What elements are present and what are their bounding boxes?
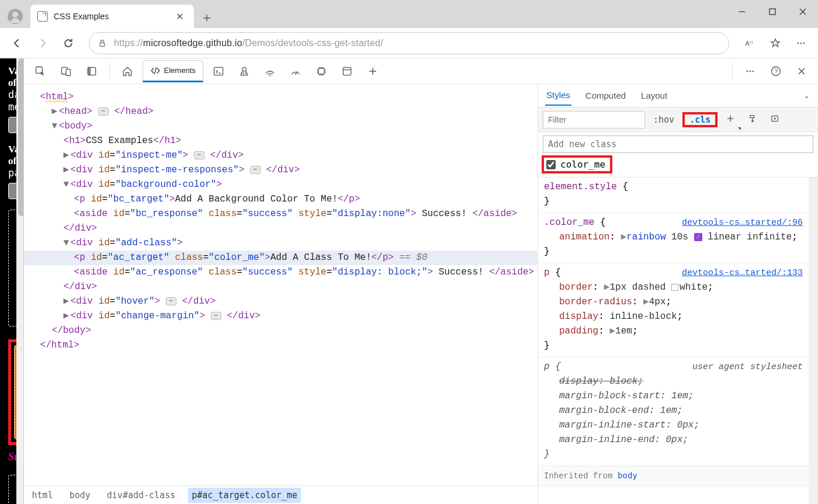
styles-pane: Styles Computed Layout ⌄ :hov .cls bbox=[538, 84, 818, 504]
application-tab[interactable] bbox=[337, 61, 358, 82]
svg-text:A⁾⁾: A⁾⁾ bbox=[746, 40, 753, 47]
styles-scrollbar[interactable] bbox=[809, 178, 818, 504]
breadcrumb-item[interactable]: html bbox=[29, 488, 57, 503]
styles-rules-list[interactable]: element.style {} devtools-cs…started/:96… bbox=[538, 178, 809, 504]
svg-rect-18 bbox=[318, 68, 324, 74]
content-area: Value of data-message: Value of padding:… bbox=[0, 58, 818, 504]
dock-side-button[interactable] bbox=[81, 61, 102, 82]
svg-point-15 bbox=[242, 67, 246, 71]
maximize-button[interactable] bbox=[757, 0, 788, 23]
page-icon bbox=[37, 11, 48, 22]
favorite-button[interactable] bbox=[764, 32, 786, 54]
elements-icon bbox=[150, 65, 161, 76]
breadcrumb-item[interactable]: div#add-class bbox=[103, 488, 179, 503]
dom-tree[interactable]: <html> ▶<head> ⋯ </head> ▼<body> <h1>CSS… bbox=[24, 84, 538, 485]
close-devtools-button[interactable] bbox=[791, 61, 812, 82]
performance-tab[interactable] bbox=[285, 61, 306, 82]
class-checkbox-label: color_me bbox=[560, 159, 605, 170]
page-pane: Value of data-message: Value of padding:… bbox=[0, 58, 23, 504]
devtools-menu-button[interactable] bbox=[740, 61, 761, 82]
layout-tab[interactable]: Layout bbox=[640, 86, 668, 105]
close-window-button[interactable] bbox=[788, 0, 818, 23]
styles-tab[interactable]: Styles bbox=[545, 85, 571, 106]
elements-tab-label: Elements bbox=[164, 66, 196, 75]
avatar-icon bbox=[8, 9, 23, 24]
dom-tree-pane: <html> ▶<head> ⋯ </head> ▼<body> <h1>CSS… bbox=[24, 84, 538, 504]
profile-button[interactable] bbox=[5, 6, 26, 27]
svg-rect-13 bbox=[88, 67, 91, 75]
data-message-value-box bbox=[8, 117, 16, 133]
page-scrollbar[interactable] bbox=[16, 58, 23, 504]
dom-breadcrumb: html body div#add-class p#ac_target.colo… bbox=[24, 485, 538, 504]
styles-filter-input[interactable] bbox=[543, 111, 645, 128]
cls-toggle[interactable]: .cls bbox=[685, 112, 715, 128]
source-link[interactable]: devtools-cs…tarted/:133 bbox=[682, 266, 803, 280]
svg-point-24 bbox=[750, 70, 751, 72]
lock-icon bbox=[98, 39, 107, 48]
inherited-from: Inherited from body bbox=[538, 466, 809, 486]
styles-pane-tabs: Styles Computed Layout ⌄ bbox=[538, 84, 818, 107]
element-classes-section: color_me bbox=[538, 132, 818, 178]
svg-point-25 bbox=[753, 70, 754, 72]
forward-button[interactable] bbox=[32, 32, 54, 54]
more-tabs-button[interactable] bbox=[362, 61, 383, 82]
menu-button[interactable] bbox=[790, 32, 812, 54]
device-emulation-button[interactable] bbox=[56, 61, 77, 82]
elements-tab[interactable]: Elements bbox=[143, 60, 203, 82]
styles-toolbar: :hov .cls bbox=[538, 107, 818, 132]
inspect-element-button[interactable] bbox=[30, 61, 51, 82]
svg-rect-32 bbox=[772, 116, 778, 121]
chevron-down-icon[interactable]: ⌄ bbox=[803, 91, 810, 100]
devtools-toolbar: Elements ? bbox=[24, 58, 818, 84]
browser-toolbar: https://microsoftedge.github.io/Demos/de… bbox=[0, 28, 818, 58]
address-bar[interactable]: https://microsoftedge.github.io/Demos/de… bbox=[89, 32, 729, 54]
console-tab[interactable] bbox=[208, 61, 229, 82]
toggle-pane-button[interactable] bbox=[765, 110, 784, 129]
svg-point-17 bbox=[295, 73, 296, 74]
tab-title: CSS Examples bbox=[54, 12, 167, 21]
svg-point-23 bbox=[747, 70, 748, 72]
new-tab-button[interactable]: ＋ bbox=[196, 7, 217, 28]
read-aloud-button[interactable]: A⁾⁾ bbox=[739, 32, 761, 54]
svg-rect-4 bbox=[100, 43, 105, 46]
svg-point-8 bbox=[803, 42, 805, 44]
paint-button[interactable] bbox=[743, 110, 762, 129]
sources-tab[interactable] bbox=[234, 61, 255, 82]
style-rule[interactable]: devtools-cs…started/:96 .color_me { anim… bbox=[538, 213, 809, 263]
class-checkbox-highlight: color_me bbox=[542, 155, 612, 173]
add-class-input[interactable] bbox=[543, 135, 813, 153]
selected-dom-node[interactable]: <p id="ac_target" class="color_me">Add A… bbox=[24, 251, 538, 265]
style-rule[interactable]: devtools-cs…tarted/:133 p { border: ▶1px… bbox=[538, 263, 809, 357]
tab-close-button[interactable]: ✕ bbox=[172, 10, 187, 23]
svg-rect-11 bbox=[66, 69, 71, 75]
welcome-tab[interactable] bbox=[117, 61, 138, 82]
window-controls bbox=[727, 0, 818, 23]
style-rule[interactable]: element.style {} bbox=[538, 178, 809, 213]
network-tab[interactable] bbox=[259, 61, 280, 82]
back-button[interactable] bbox=[6, 32, 28, 54]
memory-tab[interactable] bbox=[311, 61, 332, 82]
source-link[interactable]: devtools-cs…started/:96 bbox=[682, 215, 803, 230]
bg-color-target-box[interactable]: Add A Background Color To Me! bbox=[8, 210, 16, 326]
svg-rect-14 bbox=[214, 67, 223, 75]
svg-rect-19 bbox=[343, 67, 351, 75]
titlebar: CSS Examples ✕ ＋ bbox=[0, 0, 818, 28]
new-style-rule-button[interactable] bbox=[721, 110, 740, 129]
class-checkbox[interactable] bbox=[546, 160, 556, 169]
svg-text:?: ? bbox=[775, 68, 778, 75]
hover-target-box[interactable]: Hover Over Me! bbox=[8, 475, 16, 504]
computed-tab[interactable]: Computed bbox=[584, 86, 627, 105]
breadcrumb-item[interactable]: body bbox=[66, 488, 94, 503]
reload-button[interactable] bbox=[57, 32, 79, 54]
breadcrumb-item-selected[interactable]: p#ac_target.color_me bbox=[188, 488, 301, 503]
padding-value-box bbox=[8, 183, 16, 199]
help-button[interactable]: ? bbox=[765, 61, 786, 82]
add-class-highlight: Add A Class To Me! bbox=[8, 339, 16, 445]
page-content: Value of data-message: Value of padding:… bbox=[0, 58, 16, 504]
ua-source: user agent stylesheet bbox=[692, 360, 803, 374]
minimize-button[interactable] bbox=[727, 0, 757, 23]
devtools-panel: Elements ? <html> ▶<head> ⋯ </head> ▼<bo… bbox=[23, 58, 818, 504]
style-rule-ua[interactable]: user agent stylesheet p { display: block… bbox=[538, 357, 809, 466]
hov-toggle[interactable]: :hov bbox=[649, 111, 679, 128]
browser-tab[interactable]: CSS Examples ✕ bbox=[30, 5, 194, 28]
